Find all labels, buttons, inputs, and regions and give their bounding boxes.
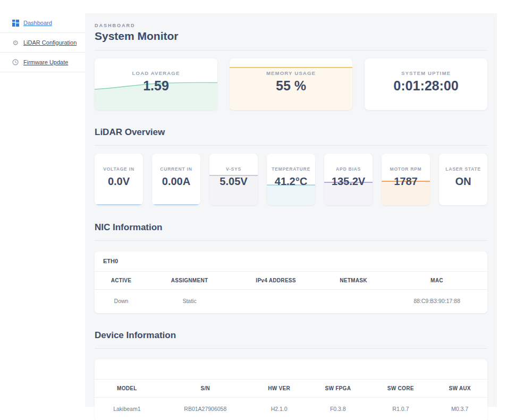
laser-state-card: LASER STATE ON xyxy=(439,154,487,205)
metric-label: MOTOR RPM xyxy=(382,166,430,172)
metric-value: 5.05V xyxy=(209,175,258,188)
current-in-sparkline xyxy=(152,204,200,205)
device-swaux-cell: M0.3.7 xyxy=(432,398,487,420)
stat-label: LOAD AVERAGE xyxy=(95,70,217,76)
metric-value: 135.2V xyxy=(324,175,373,188)
apd-bias-card: APD BIAS 135.2V xyxy=(324,154,373,205)
current-in-card: CURRENT IN 0.00A xyxy=(152,154,200,205)
metric-value: ON xyxy=(439,175,487,188)
nic-column-header: NETMASK xyxy=(321,272,386,290)
metric-label: V-SYS xyxy=(209,166,258,172)
stat-value: 55 % xyxy=(230,78,352,94)
nic-column-header: ASSIGNMENT xyxy=(148,272,231,290)
sidebar-item-lidar-configuration[interactable]: ⚙ LiDAR Configuration xyxy=(0,33,85,53)
device-hwver-cell: H2.1.0 xyxy=(251,398,307,420)
device-column-header: MODEL xyxy=(95,380,159,398)
device-sn-cell: RB01A27906058 xyxy=(159,398,251,420)
sidebar: Dashboard ⚙ LiDAR Configuration Firmware… xyxy=(0,13,85,407)
clock-icon xyxy=(12,58,19,66)
sidebar-item-label: Dashboard xyxy=(23,20,52,26)
table-row: Down Static 88:C9:B3:90:17:88 xyxy=(95,290,487,314)
stat-label: MEMORY USAGE xyxy=(230,70,352,76)
metric-label: LASER STATE xyxy=(439,166,487,172)
memory-usage-card: MEMORY USAGE 55 % xyxy=(230,58,352,110)
v-sys-card: V-SYS 5.05V xyxy=(209,154,258,205)
section-divider xyxy=(95,240,487,241)
device-card-title xyxy=(95,359,487,379)
stat-value: 0:01:28:00 xyxy=(365,78,487,94)
metric-value: 1787 xyxy=(382,175,430,188)
nic-table-header-row: ACTIVE ASSIGNMENT IPv4 ADDRESS NETMASK M… xyxy=(95,272,487,290)
device-swfpga-cell: F0.3.8 xyxy=(307,398,369,420)
table-row: Lakibeam1 RB01A27906058 H2.1.0 F0.3.8 R1… xyxy=(95,398,487,420)
metric-label: CURRENT IN xyxy=(152,166,200,172)
sidebar-item-label: LiDAR Configuration xyxy=(23,39,77,46)
device-column-header: HW VER xyxy=(251,380,307,398)
lidar-overview-row: VOLTAGE IN 0.0V CURRENT IN 0.00A V-SYS 5… xyxy=(95,154,487,205)
device-column-header: SW AUX xyxy=(432,380,487,398)
header-divider xyxy=(95,50,487,51)
device-model-cell: Lakibeam1 xyxy=(95,398,159,420)
nic-card-title: ETH0 xyxy=(95,251,487,271)
sidebar-item-firmware-update[interactable]: Firmware Update xyxy=(0,53,85,72)
device-table: MODEL S/N HW VER SW FPGA SW CORE SW AUX … xyxy=(95,379,487,420)
device-swcore-cell: R1.0.7 xyxy=(369,398,432,420)
nic-mac-cell: 88:C9:B3:90:17:88 xyxy=(386,290,487,314)
stat-value: 1.59 xyxy=(95,78,217,94)
nic-netmask-cell xyxy=(321,290,386,314)
metric-label: VOLTAGE IN xyxy=(95,166,143,172)
nic-column-header: MAC xyxy=(386,272,487,290)
sidebar-item-dashboard[interactable]: Dashboard xyxy=(0,13,85,33)
gear-icon: ⚙ xyxy=(12,39,19,46)
metric-label: APD BIAS xyxy=(324,166,373,172)
nic-assignment-cell: Static xyxy=(148,290,231,314)
voltage-in-card: VOLTAGE IN 0.0V xyxy=(95,154,143,205)
app-window: Dashboard ⚙ LiDAR Configuration Firmware… xyxy=(0,13,506,407)
motor-rpm-card: MOTOR RPM 1787 xyxy=(382,154,430,205)
nic-table: ACTIVE ASSIGNMENT IPv4 ADDRESS NETMASK M… xyxy=(95,271,487,313)
section-divider xyxy=(95,348,487,349)
device-column-header: S/N xyxy=(159,380,251,398)
load-average-card: LOAD AVERAGE 1.59 xyxy=(95,58,217,110)
metric-value: 41.2°C xyxy=(267,175,315,188)
sidebar-item-label: Firmware Update xyxy=(23,59,68,65)
nic-eth0-card: ETH0 ACTIVE ASSIGNMENT IPv4 ADDRESS NETM… xyxy=(95,251,487,313)
metric-value: 0.00A xyxy=(152,175,200,188)
metric-value: 0.0V xyxy=(95,175,143,188)
nic-column-header: ACTIVE xyxy=(95,272,148,290)
device-info-card: MODEL S/N HW VER SW FPGA SW CORE SW AUX … xyxy=(95,359,487,420)
metric-label: TEMPERATURE xyxy=(267,166,315,172)
device-column-header: SW FPGA xyxy=(307,380,369,398)
temperature-card: TEMPERATURE 41.2°C xyxy=(267,154,315,205)
nic-ipv4-cell xyxy=(231,290,321,314)
page-title: System Monitor xyxy=(95,30,487,43)
main-panel: DASHBOARD System Monitor LOAD AVERAGE 1.… xyxy=(85,13,497,407)
section-title-nic-information: NIC Information xyxy=(95,222,487,233)
system-uptime-card: SYSTEM UPTIME 0:01:28:00 xyxy=(365,58,487,110)
nic-column-header: IPv4 ADDRESS xyxy=(231,272,321,290)
device-table-header-row: MODEL S/N HW VER SW FPGA SW CORE SW AUX xyxy=(95,380,487,398)
section-title-device-information: Device Information xyxy=(95,330,487,341)
section-divider xyxy=(95,145,487,146)
system-stats-row: LOAD AVERAGE 1.59 MEMORY USAGE 55 % SYST… xyxy=(95,58,487,110)
device-column-header: SW CORE xyxy=(369,380,432,398)
section-title-lidar-overview: LiDAR Overview xyxy=(95,127,487,138)
breadcrumb: DASHBOARD xyxy=(95,23,487,28)
nic-active-cell: Down xyxy=(95,290,148,314)
voltage-in-sparkline xyxy=(95,204,143,205)
dashboard-grid-icon xyxy=(12,19,19,27)
stat-label: SYSTEM UPTIME xyxy=(365,70,487,76)
